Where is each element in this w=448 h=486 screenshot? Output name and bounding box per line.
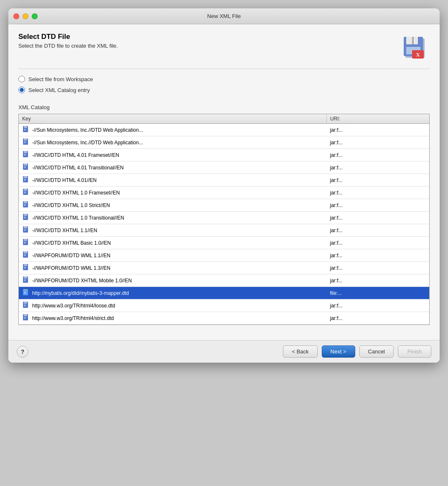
svg-text:D: D	[24, 216, 26, 219]
table-row[interactable]: D -//W3C//DTD XHTML 1.0 Strict//ENjar:f.…	[19, 199, 429, 212]
svg-text:D: D	[24, 266, 26, 269]
key-text: -//WAPFORUM//DTD XHTML Mobile 1.0//EN	[32, 278, 132, 284]
key-text: http://www.w3.org/TR/html4/loose.dtd	[32, 303, 115, 309]
key-text: -//Sun Microsystems, Inc.//DTD Web Appli…	[32, 127, 143, 133]
key-text: -//W3C//DTD XHTML 1.0 Transitional//EN	[32, 215, 124, 221]
table-row[interactable]: D -//W3C//DTD HTML 4.01 Transitional//EN…	[19, 161, 429, 174]
table-row[interactable]: D -//Sun Microsystems, Inc.//DTD Web App…	[19, 136, 429, 149]
floppy-disk-svg: X	[400, 33, 430, 62]
key-text: -//Sun Microsystems, Inc.//DTD Web Appli…	[32, 140, 143, 146]
next-button[interactable]: Next >	[322, 345, 355, 358]
svg-rect-26	[24, 201, 27, 203]
svg-rect-14	[24, 151, 27, 153]
table-row[interactable]: D http://mybatis.org/dtd/mybatis-3-mappe…	[19, 287, 429, 299]
back-button[interactable]: < Back	[283, 345, 317, 358]
svg-rect-11	[24, 138, 27, 141]
table-row[interactable]: D -//WAPFORUM//DTD XHTML Mobile 1.0//ENj…	[19, 274, 429, 287]
table-row[interactable]: D -//WAPFORUM//DTD WML 1.3//ENjar:f...	[19, 262, 429, 274]
traffic-lights	[13, 13, 38, 19]
cell-uri: jar:f...	[327, 136, 430, 149]
dtd-file-icon: D	[22, 176, 30, 184]
cancel-button[interactable]: Cancel	[359, 345, 394, 358]
svg-text:D: D	[24, 204, 26, 206]
titlebar: New XML File	[8, 8, 440, 24]
svg-rect-29	[24, 214, 27, 216]
cell-key: D -//WAPFORUM//DTD WML 1.3//EN	[19, 262, 327, 274]
svg-rect-32	[24, 226, 27, 228]
radio-workspace-label[interactable]: Select file from Workspace	[28, 76, 93, 82]
table-row[interactable]: D http://www.w3.org/TR/html4/loose.dtdja…	[19, 299, 429, 312]
svg-text:D: D	[24, 166, 26, 169]
radio-workspace[interactable]	[18, 76, 25, 82]
key-text: -//W3C//DTD XHTML Basic 1.0//EN	[32, 240, 111, 246]
svg-text:D: D	[24, 241, 26, 244]
cell-uri: jar:f...	[327, 299, 430, 312]
key-text: -//W3C//DTD HTML 4.01 Frameset//EN	[32, 152, 119, 158]
cell-uri: file:...	[327, 287, 430, 299]
dtd-file-icon: D	[22, 151, 30, 159]
cell-uri: jar:f...	[327, 274, 430, 287]
cell-key: D http://mybatis.org/dtd/mybatis-3-mappe…	[19, 287, 327, 299]
svg-text:D: D	[24, 229, 26, 231]
close-button[interactable]	[13, 13, 19, 19]
key-text: -//WAPFORUM//DTD WML 1.1//EN	[32, 253, 110, 258]
bottom-left: ?	[17, 346, 28, 358]
cell-key: D -//WAPFORUM//DTD WML 1.1//EN	[19, 249, 327, 262]
svg-text:D: D	[24, 191, 26, 194]
help-button[interactable]: ?	[17, 346, 28, 358]
table-row[interactable]: D -//W3C//DTD XHTML 1.1//ENjar:f...	[19, 224, 429, 237]
bottom-bar: ? < Back Next > Cancel Finish	[8, 340, 440, 363]
cell-uri: jar:f...	[327, 174, 430, 187]
cell-key: D -//W3C//DTD XHTML Basic 1.0//EN	[19, 237, 327, 249]
minimize-button[interactable]	[23, 13, 28, 19]
svg-rect-20	[24, 176, 27, 178]
table-row[interactable]: D -//W3C//DTD XHTML Basic 1.0//ENjar:f..…	[19, 237, 429, 249]
header-text: Select DTD File Select the DTD file to c…	[18, 33, 118, 49]
svg-rect-17	[24, 164, 27, 166]
cell-uri: jar:f...	[327, 124, 430, 136]
xml-file-icon: X	[400, 33, 430, 62]
table-row[interactable]: D -//W3C//DTD XHTML 1.0 Frameset//ENjar:…	[19, 187, 429, 199]
svg-text:D: D	[24, 128, 26, 131]
finish-button[interactable]: Finish	[398, 345, 431, 358]
xml-catalog-table[interactable]: Key URI: D -//Sun Microsystems, Inc.//DT…	[18, 114, 430, 325]
cell-uri: jar:f...	[327, 161, 430, 174]
table-row[interactable]: D -//W3C//DTD XHTML 1.0 Transitional//EN…	[19, 212, 429, 224]
radio-catalog-option[interactable]: Select XML Catalog entry	[18, 87, 430, 93]
dtd-file-icon: D	[22, 301, 30, 310]
cell-key: D -//Sun Microsystems, Inc.//DTD Web App…	[19, 124, 327, 136]
table-row[interactable]: D -//W3C//DTD HTML 4.01//ENjar:f...	[19, 174, 429, 187]
svg-text:D: D	[24, 292, 26, 294]
cell-uri: jar:f...	[327, 199, 430, 212]
radio-catalog-label[interactable]: Select XML Catalog entry	[28, 87, 90, 93]
dtd-file-icon: D	[22, 163, 30, 172]
column-uri: URI:	[327, 114, 430, 124]
dtd-file-icon: D	[22, 251, 30, 260]
table-row[interactable]: D -//W3C//DTD HTML 4.01 Frameset//ENjar:…	[19, 149, 429, 161]
radio-workspace-option[interactable]: Select file from Workspace	[18, 76, 430, 82]
key-text: -//WAPFORUM//DTD WML 1.3//EN	[32, 265, 110, 271]
table-row[interactable]: D -//Sun Microsystems, Inc.//DTD Web App…	[19, 124, 429, 136]
svg-rect-38	[24, 251, 27, 253]
dtd-file-icon: D	[22, 238, 30, 247]
table-row[interactable]: D -//WAPFORUM//DTD WML 1.1//ENjar:f...	[19, 249, 429, 262]
cell-key: D -//W3C//DTD XHTML 1.0 Strict//EN	[19, 199, 327, 212]
svg-rect-8	[24, 126, 27, 128]
cell-key: D -//W3C//DTD XHTML 1.0 Transitional//EN	[19, 212, 327, 224]
svg-text:D: D	[24, 279, 26, 281]
cell-uri: jar:f...	[327, 187, 430, 199]
cell-uri: jar:f...	[327, 212, 430, 224]
svg-text:D: D	[24, 153, 26, 156]
svg-text:D: D	[24, 141, 26, 143]
key-text: -//W3C//DTD HTML 4.01//EN	[32, 177, 97, 183]
table-row[interactable]: D http://www.w3.org/TR/html4/strict.dtdj…	[19, 312, 429, 325]
catalog-section-label: XML Catalog	[18, 104, 430, 110]
dialog-window: New XML File Select DTD File Select the …	[8, 8, 440, 363]
dtd-file-icon: D	[22, 263, 30, 272]
svg-text:D: D	[24, 317, 26, 319]
svg-rect-53	[24, 314, 27, 316]
radio-catalog[interactable]	[18, 87, 25, 93]
key-text: -//W3C//DTD XHTML 1.1//EN	[32, 228, 97, 233]
maximize-button[interactable]	[32, 13, 38, 19]
svg-rect-35	[24, 239, 27, 241]
